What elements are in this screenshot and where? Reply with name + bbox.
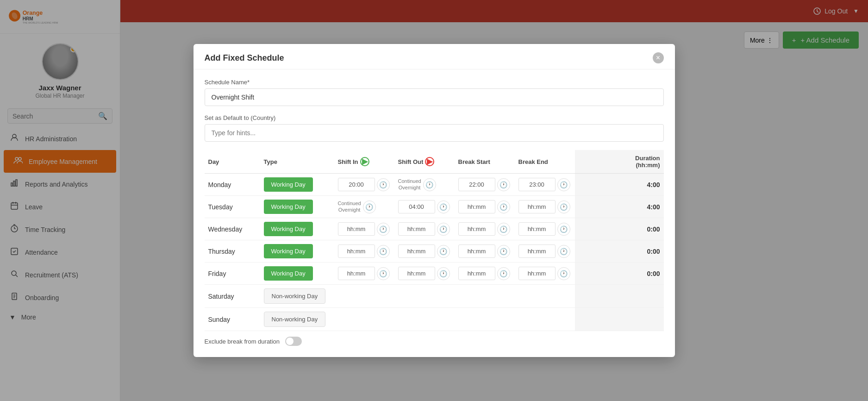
shift-in-input[interactable] <box>338 267 375 280</box>
th-day: Day <box>205 150 260 174</box>
break-start-input[interactable] <box>458 267 495 280</box>
break-start-clock-button[interactable]: 🕐 <box>497 245 510 258</box>
break-start-clock-button[interactable]: 🕐 <box>497 223 510 236</box>
break-end-clock-button[interactable]: 🕐 <box>557 245 570 258</box>
modal-overlay: Add Fixed Schedule × Schedule Name* Set … <box>0 0 868 401</box>
break-end-clock-button[interactable]: 🕐 <box>557 223 570 236</box>
break-end-input[interactable] <box>518 200 556 213</box>
table-row: MondayWorking Day🕐ContinuedOvernight🕐🕐🕐4… <box>205 174 664 196</box>
break-start-input[interactable] <box>458 178 495 191</box>
break-end-input[interactable] <box>518 267 556 280</box>
empty-cell <box>334 285 394 308</box>
table-row: SundayNon-working Day <box>205 308 664 331</box>
empty-cell <box>515 308 575 331</box>
day-label: Thursday <box>208 248 235 255</box>
type-button[interactable]: Working Day <box>264 222 313 236</box>
modal-title: Add Fixed Schedule <box>205 53 284 63</box>
table-row: SaturdayNon-working Day <box>205 285 664 308</box>
modal-header: Add Fixed Schedule × <box>194 44 675 69</box>
shift-in-clock-button[interactable]: 🕐 <box>377 223 390 236</box>
day-label: Wednesday <box>208 226 243 233</box>
day-label: Tuesday <box>208 203 233 211</box>
empty-cell <box>575 308 664 331</box>
shift-out-input[interactable] <box>398 244 435 258</box>
shift-out-input[interactable] <box>398 222 435 236</box>
table-row: WednesdayWorking Day🕐🕐🕐🕐0:00 <box>205 218 664 240</box>
shift-in-clock-button[interactable]: 🕐 <box>377 267 390 280</box>
break-start-clock-button[interactable]: 🕐 <box>497 178 510 191</box>
duration-value: 0:00 <box>647 226 660 233</box>
exclude-break-label: Exclude break from duration <box>205 338 280 345</box>
shift-in-input[interactable] <box>338 222 375 236</box>
country-input[interactable] <box>205 124 664 142</box>
shift-out-clock-button[interactable]: 🕐 <box>423 178 436 191</box>
shift-in-clock-button[interactable]: 🕐 <box>377 245 390 258</box>
day-label: Friday <box>208 270 226 277</box>
empty-cell <box>575 285 664 308</box>
shift-out-icon: ▶ <box>425 157 434 166</box>
duration-value: 4:00 <box>647 203 660 211</box>
country-label: Set as Default to (Country) <box>205 114 664 121</box>
break-end-clock-button[interactable]: 🕐 <box>557 178 570 191</box>
empty-cell <box>455 308 515 331</box>
schedule-name-label: Schedule Name* <box>205 79 664 86</box>
table-row: TuesdayWorking DayContinuedOvernight🕐🕐🕐🕐… <box>205 196 664 218</box>
empty-cell <box>394 308 455 331</box>
break-end-clock-button[interactable]: 🕐 <box>557 200 570 213</box>
modal-close-button[interactable]: × <box>653 52 664 63</box>
shift-in-clock-button[interactable]: 🕐 <box>363 200 376 213</box>
schedule-table: Day Type Shift In ▶ Shift Out ▶ <box>205 150 664 331</box>
break-end-input[interactable] <box>518 222 556 236</box>
shift-in-value: ContinuedOvernight <box>338 200 361 213</box>
type-button[interactable]: Working Day <box>264 244 313 258</box>
exclude-break-row: Exclude break from duration <box>205 331 664 348</box>
type-button[interactable]: Working Day <box>264 266 313 281</box>
duration-value: 0:00 <box>647 270 660 277</box>
shift-out-clock-button[interactable]: 🕐 <box>437 267 450 280</box>
modal-body: Schedule Name* Set as Default to (Countr… <box>194 69 675 357</box>
type-button[interactable]: Working Day <box>264 177 313 192</box>
th-break-start: Break Start <box>455 150 515 174</box>
exclude-break-toggle[interactable] <box>285 337 302 346</box>
th-shift-in: Shift In ▶ <box>334 150 394 174</box>
duration-value: 4:00 <box>647 181 660 188</box>
break-start-clock-button[interactable]: 🕐 <box>497 267 510 280</box>
country-group: Set as Default to (Country) <box>205 114 664 142</box>
break-end-input[interactable] <box>518 244 556 258</box>
empty-cell <box>394 285 455 308</box>
shift-out-clock-button[interactable]: 🕐 <box>437 223 450 236</box>
toggle-knob <box>286 338 293 345</box>
day-label: Monday <box>208 181 231 188</box>
table-row: FridayWorking Day🕐🕐🕐🕐0:00 <box>205 263 664 285</box>
shift-out-clock-button[interactable]: 🕐 <box>437 245 450 258</box>
shift-in-clock-button[interactable]: 🕐 <box>377 178 390 191</box>
break-end-clock-button[interactable]: 🕐 <box>557 267 570 280</box>
add-fixed-schedule-modal: Add Fixed Schedule × Schedule Name* Set … <box>194 44 675 357</box>
empty-cell <box>334 308 394 331</box>
shift-out-value: ContinuedOvernight <box>398 178 421 190</box>
day-label: Sunday <box>208 316 230 323</box>
empty-cell <box>515 285 575 308</box>
break-end-input[interactable] <box>518 178 556 191</box>
th-break-end: Break End <box>515 150 575 174</box>
break-start-input[interactable] <box>458 222 495 236</box>
break-start-input[interactable] <box>458 244 495 258</box>
type-button[interactable]: Working Day <box>264 200 313 214</box>
th-duration: Duration(hh:mm) <box>575 150 664 174</box>
shift-out-input[interactable] <box>398 267 435 280</box>
schedule-name-group: Schedule Name* <box>205 79 664 106</box>
type-button[interactable]: Non-working Day <box>264 312 326 327</box>
th-type: Type <box>260 150 334 174</box>
schedule-name-input[interactable] <box>205 88 664 106</box>
th-shift-out: Shift Out ▶ <box>394 150 455 174</box>
shift-out-input[interactable] <box>398 200 435 213</box>
type-button[interactable]: Non-working Day <box>264 288 326 304</box>
break-start-input[interactable] <box>458 200 495 213</box>
shift-in-input[interactable] <box>338 178 375 191</box>
shift-in-input[interactable] <box>338 244 375 258</box>
shift-out-clock-button[interactable]: 🕐 <box>437 200 450 213</box>
empty-cell <box>455 285 515 308</box>
shift-in-icon: ▶ <box>360 157 369 166</box>
break-start-clock-button[interactable]: 🕐 <box>497 200 510 213</box>
day-label: Saturday <box>208 293 234 300</box>
